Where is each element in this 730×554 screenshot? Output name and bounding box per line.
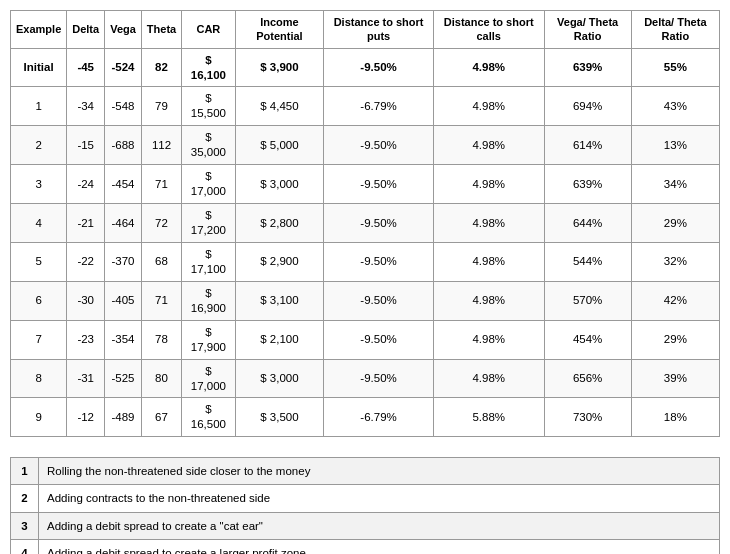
col-header-vega: Vega: [105, 11, 142, 49]
row-4-vega-theta-ratio: 644%: [544, 204, 631, 243]
row-0-delta: -45: [67, 48, 105, 87]
row-6-example: 6: [11, 281, 67, 320]
row-9-car: $ 16,500: [182, 398, 235, 437]
row-8-example: 8: [11, 359, 67, 398]
row-3-delta-theta-ratio: 34%: [631, 165, 719, 204]
row-0-delta-theta-ratio: 55%: [631, 48, 719, 87]
col-header-theta: Theta: [141, 11, 181, 49]
row-4-dist-short-calls: 4.98%: [433, 204, 544, 243]
row-0-vega: -524: [105, 48, 142, 87]
row-9-delta: -12: [67, 398, 105, 437]
row-7-delta-theta-ratio: 29%: [631, 320, 719, 359]
row-1-delta-theta-ratio: 43%: [631, 87, 719, 126]
row-3-dist-short-puts: -9.50%: [324, 165, 434, 204]
row-9-delta-theta-ratio: 18%: [631, 398, 719, 437]
row-2-theta: 112: [141, 126, 181, 165]
row-5-example: 5: [11, 242, 67, 281]
row-3-theta: 71: [141, 165, 181, 204]
col-header-car: CAR: [182, 11, 235, 49]
col-header-delta-theta: Delta/ Theta Ratio: [631, 11, 719, 49]
row-5-vega-theta-ratio: 544%: [544, 242, 631, 281]
desc-text-1: Rolling the non-threatened side closer t…: [39, 458, 720, 485]
row-7-example: 7: [11, 320, 67, 359]
row-3-income: $ 3,000: [235, 165, 324, 204]
row-4-example: 4: [11, 204, 67, 243]
row-6-dist-short-puts: -9.50%: [324, 281, 434, 320]
row-2-delta: -15: [67, 126, 105, 165]
row-7-dist-short-puts: -9.50%: [324, 320, 434, 359]
row-2-dist-short-calls: 4.98%: [433, 126, 544, 165]
description-table: 1Rolling the non-threatened side closer …: [10, 457, 720, 554]
row-6-vega-theta-ratio: 570%: [544, 281, 631, 320]
row-7-income: $ 2,100: [235, 320, 324, 359]
row-6-delta: -30: [67, 281, 105, 320]
row-7-delta: -23: [67, 320, 105, 359]
row-5-delta-theta-ratio: 32%: [631, 242, 719, 281]
desc-text-2: Adding contracts to the non-threatened s…: [39, 485, 720, 512]
row-9-example: 9: [11, 398, 67, 437]
row-8-theta: 80: [141, 359, 181, 398]
row-1-dist-short-calls: 4.98%: [433, 87, 544, 126]
row-3-example: 3: [11, 165, 67, 204]
desc-num-2: 2: [11, 485, 39, 512]
row-0-vega-theta-ratio: 639%: [544, 48, 631, 87]
row-2-income: $ 5,000: [235, 126, 324, 165]
row-4-delta: -21: [67, 204, 105, 243]
row-1-income: $ 4,450: [235, 87, 324, 126]
row-9-theta: 67: [141, 398, 181, 437]
row-3-car: $ 17,000: [182, 165, 235, 204]
row-8-car: $ 17,000: [182, 359, 235, 398]
row-5-dist-short-calls: 4.98%: [433, 242, 544, 281]
row-7-dist-short-calls: 4.98%: [433, 320, 544, 359]
row-5-car: $ 17,100: [182, 242, 235, 281]
row-9-dist-short-calls: 5.88%: [433, 398, 544, 437]
row-8-vega: -525: [105, 359, 142, 398]
row-8-vega-theta-ratio: 656%: [544, 359, 631, 398]
row-0-dist-short-calls: 4.98%: [433, 48, 544, 87]
desc-num-3: 3: [11, 512, 39, 539]
col-header-vega-theta: Vega/ Theta Ratio: [544, 11, 631, 49]
col-header-income: Income Potential: [235, 11, 324, 49]
row-9-income: $ 3,500: [235, 398, 324, 437]
row-1-vega-theta-ratio: 694%: [544, 87, 631, 126]
row-2-vega: -688: [105, 126, 142, 165]
row-2-vega-theta-ratio: 614%: [544, 126, 631, 165]
row-5-delta: -22: [67, 242, 105, 281]
row-0-income: $ 3,900: [235, 48, 324, 87]
row-4-theta: 72: [141, 204, 181, 243]
col-header-dist-short-calls: Distance to short calls: [433, 11, 544, 49]
col-header-example: Example: [11, 11, 67, 49]
main-data-table: Example Delta Vega Theta CAR Income Pote…: [10, 10, 720, 437]
row-1-delta: -34: [67, 87, 105, 126]
row-3-delta: -24: [67, 165, 105, 204]
row-5-income: $ 2,900: [235, 242, 324, 281]
desc-num-4: 4: [11, 539, 39, 554]
row-7-vega: -354: [105, 320, 142, 359]
desc-text-3: Adding a debit spread to create a "cat e…: [39, 512, 720, 539]
row-4-delta-theta-ratio: 29%: [631, 204, 719, 243]
row-3-vega-theta-ratio: 639%: [544, 165, 631, 204]
row-1-dist-short-puts: -6.79%: [324, 87, 434, 126]
desc-num-1: 1: [11, 458, 39, 485]
row-2-dist-short-puts: -9.50%: [324, 126, 434, 165]
row-9-vega-theta-ratio: 730%: [544, 398, 631, 437]
row-6-vega: -405: [105, 281, 142, 320]
row-8-delta: -31: [67, 359, 105, 398]
row-1-theta: 79: [141, 87, 181, 126]
row-4-vega: -464: [105, 204, 142, 243]
row-7-theta: 78: [141, 320, 181, 359]
row-6-theta: 71: [141, 281, 181, 320]
row-3-vega: -454: [105, 165, 142, 204]
row-6-dist-short-calls: 4.98%: [433, 281, 544, 320]
row-1-car: $ 15,500: [182, 87, 235, 126]
row-8-dist-short-calls: 4.98%: [433, 359, 544, 398]
row-5-theta: 68: [141, 242, 181, 281]
row-6-car: $ 16,900: [182, 281, 235, 320]
row-0-example: Initial: [11, 48, 67, 87]
row-3-dist-short-calls: 4.98%: [433, 165, 544, 204]
desc-text-4: Adding a debit spread to create a larger…: [39, 539, 720, 554]
row-0-dist-short-puts: -9.50%: [324, 48, 434, 87]
row-4-car: $ 17,200: [182, 204, 235, 243]
row-5-vega: -370: [105, 242, 142, 281]
row-8-dist-short-puts: -9.50%: [324, 359, 434, 398]
